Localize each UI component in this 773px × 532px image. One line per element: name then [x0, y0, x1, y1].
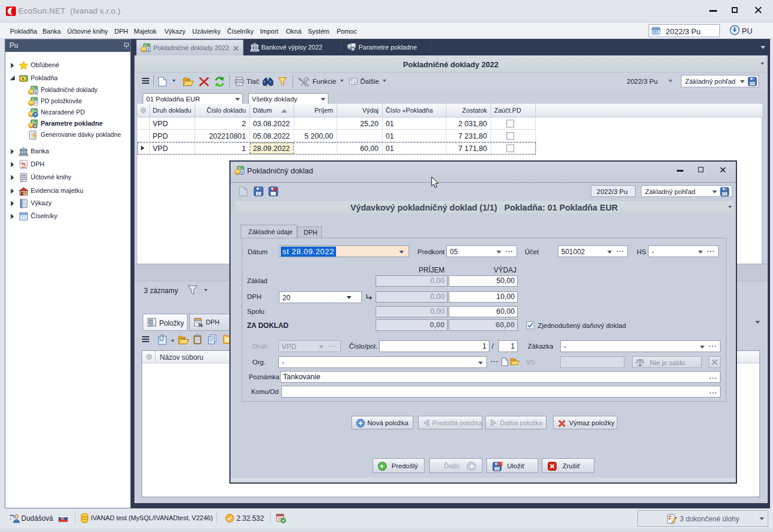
svg-text:%: %	[21, 161, 26, 167]
svg-text:$: $	[22, 77, 24, 81]
svg-text:?: ?	[34, 113, 37, 117]
svg-text:%: %	[198, 322, 203, 327]
